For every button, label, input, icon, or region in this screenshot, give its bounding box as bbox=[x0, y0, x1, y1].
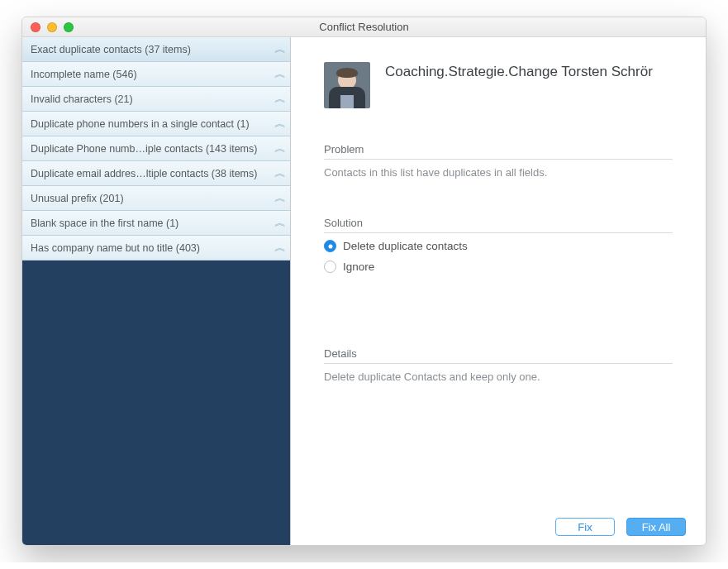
collapse-icon: ︽ bbox=[274, 217, 283, 229]
footer: Fix Fix All bbox=[291, 509, 706, 545]
details-heading: Details bbox=[324, 347, 673, 364]
sidebar-item[interactable]: Incomplete name (546)︽ bbox=[22, 62, 290, 87]
sidebar-item[interactable]: Duplicate phone numbers in a single cont… bbox=[22, 112, 290, 136]
collapse-icon: ︽ bbox=[274, 68, 283, 80]
fix-button[interactable]: Fix bbox=[555, 518, 615, 536]
sidebar-item-label: Exact duplicate contacts (37 items) bbox=[31, 44, 191, 55]
sidebar-item[interactable]: Blank space in the first name (1)︽ bbox=[22, 211, 290, 236]
collapse-icon: ︽ bbox=[274, 93, 283, 105]
main-panel: Coaching.Strategie.Change Torsten Schrör… bbox=[291, 37, 706, 545]
radio-icon[interactable] bbox=[324, 240, 336, 252]
collapse-icon: ︽ bbox=[274, 167, 283, 179]
solution-options: Delete duplicate contactsIgnore bbox=[324, 240, 673, 273]
sidebar-item-label: Has company name but no title (403) bbox=[31, 242, 200, 254]
solution-heading: Solution bbox=[324, 217, 673, 233]
sidebar-item[interactable]: Invalid characters (21)︽ bbox=[22, 87, 290, 112]
solution-option-label: Ignore bbox=[343, 261, 374, 273]
app-window: Conflict Resolution Exact duplicate cont… bbox=[21, 17, 707, 546]
titlebar: Conflict Resolution bbox=[22, 17, 706, 37]
collapse-icon: ︽ bbox=[274, 142, 283, 155]
sidebar-item[interactable]: Exact duplicate contacts (37 items)︽ bbox=[22, 37, 290, 62]
sidebar-item-label: Unusual prefix (201) bbox=[31, 193, 124, 204]
details-text: Delete duplicate Contacts and keep only … bbox=[324, 371, 673, 383]
sidebar-item-label: Incomplete name (546) bbox=[31, 69, 137, 80]
problem-heading: Problem bbox=[324, 143, 673, 160]
collapse-icon: ︽ bbox=[274, 192, 283, 204]
problem-text: Contacts in this list have duplicates in… bbox=[324, 166, 673, 179]
sidebar-item[interactable]: Unusual prefix (201)︽ bbox=[22, 186, 290, 211]
sidebar: Exact duplicate contacts (37 items)︽Inco… bbox=[22, 37, 291, 545]
content-area: Coaching.Strategie.Change Torsten Schrör… bbox=[291, 37, 706, 509]
sidebar-item-label: Invalid characters (21) bbox=[31, 93, 133, 105]
window-body: Exact duplicate contacts (37 items)︽Inco… bbox=[22, 37, 706, 545]
collapse-icon: ︽ bbox=[274, 43, 283, 55]
avatar bbox=[324, 62, 370, 108]
sidebar-item-label: Duplicate Phone numb…iple contacts (143 … bbox=[31, 143, 257, 155]
sidebar-item-label: Duplicate email addres…ltiple contacts (… bbox=[31, 168, 257, 179]
contact-header: Coaching.Strategie.Change Torsten Schrör bbox=[324, 62, 673, 108]
solution-option-label: Delete duplicate contacts bbox=[343, 240, 468, 252]
solution-option[interactable]: Delete duplicate contacts bbox=[324, 240, 673, 252]
collapse-icon: ︽ bbox=[274, 117, 283, 130]
sidebar-item-label: Duplicate phone numbers in a single cont… bbox=[31, 118, 250, 130]
sidebar-item[interactable]: Duplicate email addres…ltiple contacts (… bbox=[22, 161, 290, 186]
radio-icon[interactable] bbox=[324, 261, 336, 273]
fix-all-button[interactable]: Fix All bbox=[626, 518, 686, 536]
contact-name: Coaching.Strategie.Change Torsten Schrör bbox=[385, 62, 653, 80]
sidebar-item[interactable]: Has company name but no title (403)︽ bbox=[22, 236, 290, 261]
collapse-icon: ︽ bbox=[274, 241, 283, 254]
solution-option[interactable]: Ignore bbox=[324, 261, 673, 273]
sidebar-item-label: Blank space in the first name (1) bbox=[31, 218, 178, 229]
window-title: Conflict Resolution bbox=[22, 21, 706, 33]
sidebar-item[interactable]: Duplicate Phone numb…iple contacts (143 … bbox=[22, 136, 290, 161]
